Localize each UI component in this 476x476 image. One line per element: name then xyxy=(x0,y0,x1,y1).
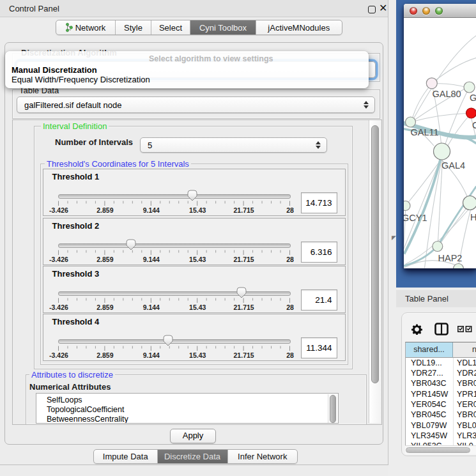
table-row[interactable]: YER054CYER0 xyxy=(406,399,476,410)
tab-select[interactable]: Select xyxy=(151,20,190,35)
cell-name: YDR2 xyxy=(457,369,476,378)
network-view-frame: GAL80GACGAL11GAL4GCY1HHAP2 xyxy=(396,0,476,288)
attributes-list-scrollbar-thumb[interactable] xyxy=(330,395,336,423)
table-row[interactable]: YDL19...YDL1 xyxy=(406,358,476,368)
node-gal80[interactable] xyxy=(426,77,437,88)
tab-cyni-toolbox[interactable]: Cyni Toolbox xyxy=(190,20,256,35)
list-item[interactable]: SelfLoops xyxy=(47,395,82,404)
graph-edge[interactable] xyxy=(438,159,442,241)
slider-ticks xyxy=(58,201,291,206)
threshold-panel-2: Threshold 2-3.4262.8599.14415.4321.71528… xyxy=(43,218,346,265)
node-red[interactable] xyxy=(466,108,476,118)
tab-style[interactable]: Style xyxy=(116,20,151,35)
cell-shared-name: YBR043C xyxy=(411,379,447,388)
slider-thumb[interactable] xyxy=(126,239,136,250)
table-row[interactable]: YBR045CYBR0 xyxy=(406,410,476,420)
node-h[interactable] xyxy=(463,196,476,210)
gear-icon[interactable] xyxy=(411,324,422,335)
zoom-traffic-light[interactable] xyxy=(435,7,443,15)
threshold-value-field[interactable]: 6.316 xyxy=(301,242,337,263)
graph-edge[interactable] xyxy=(447,114,470,146)
slider-track[interactable] xyxy=(58,194,291,199)
numerical-attributes-list[interactable]: SelfLoopsTopologicalCoefficientBetweenne… xyxy=(36,393,339,424)
table-row[interactable]: YBL079WYBL0 xyxy=(406,420,476,431)
tab-jactivemnodules[interactable]: jActiveMNodules xyxy=(256,20,342,35)
threshold-label: Threshold 3 xyxy=(52,269,100,279)
table-panel-title: Table Panel xyxy=(405,294,449,303)
number-of-intervals-combobox[interactable]: 5 xyxy=(140,137,327,153)
column-header-name[interactable]: name xyxy=(453,342,476,358)
network-view-window: GAL80GACGAL11GAL4GCY1HHAP2 xyxy=(404,4,476,268)
splitter-collapse-icon[interactable]: ◤ xyxy=(392,234,396,241)
slider-tick-label: 21.715 xyxy=(225,256,263,263)
settings-vertical-scrollbar[interactable] xyxy=(369,120,381,423)
attributes-list-scrollbar[interactable] xyxy=(328,394,337,424)
close-icon[interactable]: ✕ xyxy=(379,2,387,14)
network-canvas[interactable]: GAL80GACGAL11GAL4GCY1HHAP2 xyxy=(404,18,476,269)
algorithm-popup-item-equal-width[interactable]: Equal Width/Frequency Discretization xyxy=(12,75,150,84)
threshold-value-field[interactable]: 11.344 xyxy=(301,337,337,358)
tab-network[interactable]: Network xyxy=(56,20,116,35)
slider-track[interactable] xyxy=(58,339,291,344)
settings-scrollbar-thumb[interactable] xyxy=(371,125,379,383)
list-item[interactable]: TopologicalCoefficient xyxy=(47,405,124,414)
cell-name: YBR0 xyxy=(457,410,476,419)
table-horizontal-scrollbar[interactable] xyxy=(405,445,476,454)
list-item[interactable]: BetweennessCentrality xyxy=(47,415,128,424)
threshold-value-field[interactable]: 14.713 xyxy=(301,192,337,213)
node-gcy1[interactable] xyxy=(404,201,410,210)
node-label: GA xyxy=(470,93,476,103)
tab-label: jActiveMNodules xyxy=(268,23,330,33)
tab-impute-data[interactable]: Impute Data xyxy=(94,450,158,463)
cell-shared-name: YDL19... xyxy=(411,358,442,367)
table-data-combobox[interactable]: galFiltered.sif default node xyxy=(17,96,375,113)
cell-name: YLR3 xyxy=(457,431,476,440)
float-window-icon[interactable] xyxy=(368,6,376,13)
node-gal11[interactable] xyxy=(405,117,415,127)
slider-tick-label: 9.144 xyxy=(132,351,171,359)
apply-button[interactable]: Apply xyxy=(170,429,216,443)
cell-name: YDL1 xyxy=(457,358,476,367)
graph-edge[interactable] xyxy=(440,203,470,243)
table-browser-box: shared... name YDL19...YDL1YDR27...YDR2Y… xyxy=(401,312,476,456)
minimize-traffic-light[interactable] xyxy=(422,7,430,15)
split-table-icon[interactable] xyxy=(434,323,449,335)
cell-shared-name: YBR045C xyxy=(411,410,447,419)
node-table: shared... name YDL19...YDL1YDR27...YDR2Y… xyxy=(405,342,476,446)
tab-discretize-data[interactable]: Discretize Data xyxy=(158,450,228,463)
table-row[interactable]: YDR27...YDR2 xyxy=(406,368,476,378)
threshold-panel-4: Threshold 4-3.4262.8599.14415.4321.71528… xyxy=(43,314,346,361)
close-traffic-light[interactable] xyxy=(410,7,417,15)
slider-thumb[interactable] xyxy=(236,287,247,298)
slider-thumb[interactable] xyxy=(163,335,173,346)
slider-track[interactable] xyxy=(58,291,291,296)
column-header-shared-name[interactable]: shared... xyxy=(406,342,453,358)
graph-edge[interactable] xyxy=(411,35,476,123)
cell-shared-name: YDR27... xyxy=(411,369,443,378)
table-row[interactable]: YLR345WYLR3 xyxy=(406,431,476,441)
node-hap2[interactable] xyxy=(432,241,442,251)
slider-tick-label: 21.715 xyxy=(225,351,263,359)
graph-edge[interactable] xyxy=(411,113,466,121)
tab-infer-network[interactable]: Infer Network xyxy=(228,450,298,463)
algorithm-popup-item-manual[interactable]: Manual Discretization xyxy=(12,65,97,75)
table-row[interactable]: YBR043CYBR0 xyxy=(406,378,476,388)
threshold-value-field[interactable]: 21.4 xyxy=(301,289,337,311)
node-gal4[interactable] xyxy=(433,143,450,160)
node-label: GAL4 xyxy=(441,160,465,171)
slider-tick-label: 15.43 xyxy=(178,351,217,359)
slider-tick-label: -3.426 xyxy=(40,256,78,263)
select-columns-icon[interactable] xyxy=(457,326,473,332)
node-label: GAL80 xyxy=(432,89,461,99)
graph-edge[interactable] xyxy=(407,159,441,203)
slider-track[interactable] xyxy=(58,243,291,248)
cell-shared-name: YER054C xyxy=(411,400,447,409)
cell-name: YPR1 xyxy=(457,390,476,399)
slider-thumb[interactable] xyxy=(187,190,197,201)
slider-tick-label: 15.43 xyxy=(178,256,217,263)
table-row[interactable]: YPR145WYPR1 xyxy=(406,389,476,399)
graph-edge[interactable] xyxy=(431,58,476,83)
node-top-right[interactable] xyxy=(464,82,475,93)
slider-tick-label: 2.859 xyxy=(86,206,124,214)
table-scrollbar-thumb[interactable] xyxy=(406,447,470,453)
